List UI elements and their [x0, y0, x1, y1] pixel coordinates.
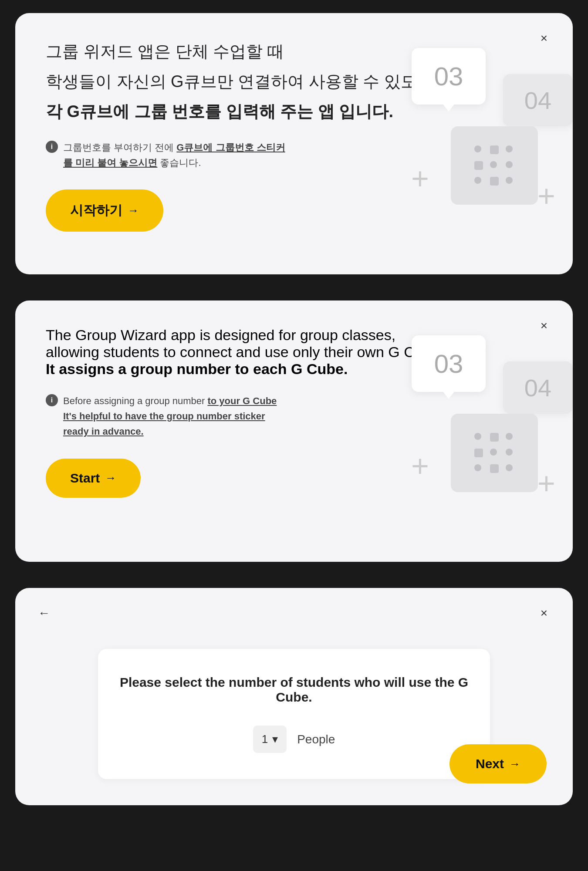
dot — [506, 177, 513, 184]
close-button-korean[interactable]: × — [534, 29, 554, 48]
cube-plus-icon-2-en: + — [537, 466, 555, 501]
next-arrow-icon: → — [509, 757, 520, 771]
english-info-text: Before assigning a group number to your … — [63, 393, 290, 439]
dot — [490, 449, 497, 456]
korean-info-text: 그룹번호를 부여하기 전에 G큐브에 그룹번호 스티커를 미리 붙여 놓으시면 … — [63, 140, 290, 170]
dot — [506, 464, 513, 471]
dropdown-arrow: ▾ — [272, 733, 278, 746]
info-icon: i — [46, 141, 58, 153]
cube-04-label-en: 04 — [524, 374, 551, 402]
dot — [474, 464, 481, 471]
dot — [506, 145, 513, 152]
english-title-bold: It assigns a group number to each G Cube… — [46, 361, 542, 378]
korean-title: 그룹 위저드 앱은 단체 수업할 때 학생들이 자신의 G큐브만 연결하여 사용… — [46, 39, 542, 124]
dot-sq — [474, 449, 483, 457]
english-title-line2: allowing students to connect and use onl… — [46, 344, 542, 361]
info-prefix: 그룹번호를 부여하기 전에 — [63, 142, 176, 153]
start-label: 시작하기 — [70, 202, 122, 219]
info-suffix: 좋습니다. — [157, 157, 201, 168]
info-icon-english: i — [46, 394, 58, 406]
card-english: × The Group Wizard app is designed for g… — [15, 300, 573, 562]
close-icon: × — [541, 319, 547, 333]
dot — [506, 449, 513, 456]
dot-sq — [490, 433, 499, 442]
cube-dots-grid — [451, 126, 538, 205]
card-korean: × 그룹 위저드 앱은 단체 수업할 때 학생들이 자신의 G큐브만 연결하여 … — [15, 13, 573, 274]
arrow-icon-en: → — [105, 471, 116, 485]
start-button-english[interactable]: Start → — [46, 459, 141, 498]
korean-title-line2: 학생들이 자신의 G큐브만 연결하여 사용할 수 있도록 — [46, 69, 542, 94]
next-label: Next — [476, 756, 504, 771]
dot-sq — [490, 145, 499, 154]
close-icon: × — [541, 31, 547, 45]
cube-plus-icon: + — [411, 161, 429, 196]
info-link-en: to your G Cube — [207, 395, 277, 406]
people-dropdown[interactable]: 1 ▾ — [253, 726, 287, 753]
korean-info-box: i 그룹번호를 부여하기 전에 G큐브에 그룹번호 스티커를 미리 붙여 놓으시… — [46, 140, 290, 170]
people-label: People — [297, 733, 335, 746]
dot — [474, 433, 481, 440]
english-info-box: i Before assigning a group number to you… — [46, 393, 290, 439]
dot-sq — [490, 177, 499, 186]
select-heading: Please select the number of students who… — [115, 675, 473, 705]
cube-dots-grid-en — [451, 414, 538, 492]
back-icon: ← — [38, 606, 50, 620]
info-prefix-en: Before assigning a group number — [63, 395, 207, 406]
dot — [474, 177, 481, 184]
english-title: The Group Wizard app is designed for gro… — [46, 327, 542, 378]
start-label-en: Start — [70, 471, 100, 486]
people-value: 1 — [262, 733, 268, 746]
select-card: Please select the number of students who… — [98, 649, 490, 779]
korean-title-bold: 각 G큐브에 그룹 번호를 입력해 주는 앱 입니다. — [46, 99, 542, 124]
dot-sq — [474, 161, 483, 170]
card-people-selector: ← × Please select the number of students… — [15, 588, 573, 805]
close-button-selector[interactable]: × — [534, 604, 554, 623]
dot — [490, 161, 497, 168]
dot-sq — [490, 464, 499, 473]
cube-plus-icon-en: + — [411, 449, 429, 483]
english-title-line1: The Group Wizard app is designed for gro… — [46, 327, 542, 344]
people-selector: 1 ▾ People — [253, 726, 335, 753]
dot — [506, 433, 513, 440]
dot — [506, 161, 513, 168]
start-button-korean[interactable]: 시작하기 → — [46, 189, 163, 232]
info-text2-en: It's helpful to have the group number st… — [63, 411, 265, 437]
dot — [474, 145, 481, 152]
arrow-icon: → — [128, 204, 139, 217]
next-button[interactable]: Next → — [449, 744, 547, 783]
cube-plus-icon-2: + — [537, 179, 555, 213]
close-icon-selector: × — [541, 606, 547, 620]
korean-title-line1: 그룹 위저드 앱은 단체 수업할 때 — [46, 39, 542, 64]
close-button-english[interactable]: × — [534, 316, 554, 335]
back-button[interactable]: ← — [34, 604, 54, 623]
